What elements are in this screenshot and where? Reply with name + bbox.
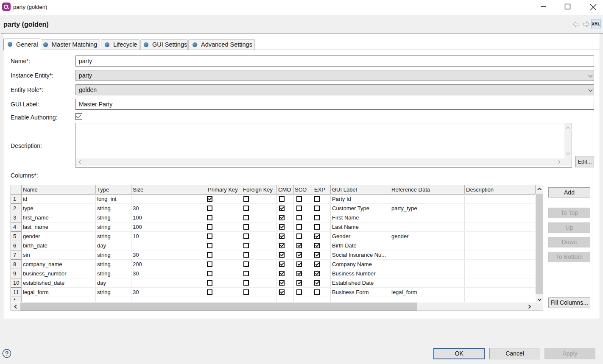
svg-text:?: ? [5, 350, 8, 357]
